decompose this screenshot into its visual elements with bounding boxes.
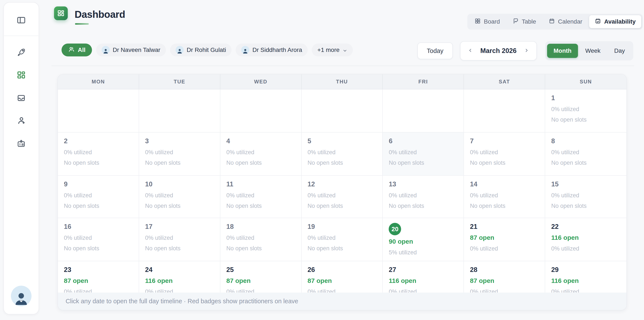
calendar-day-cell[interactable]: 2187 open0% utilized (464, 218, 545, 261)
view-tabs: Board Table Calendar Availability (467, 14, 643, 30)
day-number: 17 (145, 223, 220, 231)
calendar-day-cell[interactable]: 22116 open0% utilized (545, 218, 626, 261)
sidebar (4, 2, 39, 314)
calendar-day-cell[interactable]: 80% utilizedNo open slots (545, 133, 626, 176)
day-number: 14 (470, 180, 545, 188)
open-slots-count: 116 open (145, 277, 220, 284)
calendar-day-cell[interactable]: 110% utilizedNo open slots (220, 176, 302, 218)
view-month-button[interactable]: Month (547, 44, 578, 58)
day-number: 23 (64, 266, 139, 274)
sidebar-item-staff-id[interactable] (14, 136, 29, 151)
panel-left-icon (16, 16, 26, 26)
tab-availability[interactable]: Availability (589, 15, 641, 28)
view-week-button[interactable]: Week (579, 44, 607, 58)
practitioner-avatar (176, 46, 184, 54)
calendar-day-cell[interactable]: 130% utilizedNo open slots (383, 176, 464, 218)
calendar-day-cell[interactable]: 2090 open5% utilized (383, 218, 464, 261)
calendar-day-cell[interactable]: 180% utilizedNo open slots (220, 218, 302, 261)
calendar-day-cell[interactable]: 170% utilizedNo open slots (139, 218, 220, 261)
calendar-day-cell[interactable]: 190% utilizedNo open slots (302, 218, 383, 261)
prev-month-button[interactable] (466, 47, 475, 55)
open-slots-count: 87 open (64, 277, 139, 284)
calendar-day-cell[interactable]: 20% utilizedNo open slots (58, 133, 139, 176)
calendar-day-cell[interactable]: 90% utilizedNo open slots (58, 176, 139, 218)
day-number: 18 (226, 223, 301, 231)
user-avatar[interactable] (11, 286, 32, 306)
filter-chip-practitioner[interactable]: Dr Siddharth Arora (236, 44, 308, 56)
calendar-day-cell[interactable]: 27116 open0% utilized (383, 261, 464, 295)
calendar-day-cell[interactable]: 150% utilizedNo open slots (545, 176, 626, 218)
day-number: 12 (308, 180, 382, 188)
filter-chip-more[interactable]: +1 more (312, 44, 353, 56)
calendar-day-cell[interactable]: 30% utilizedNo open slots (139, 133, 220, 176)
open-slots-label: No open slots (64, 160, 139, 166)
day-number: 22 (551, 223, 626, 231)
calendar-day-cell[interactable]: 2687 open0% utilized (302, 261, 383, 295)
sidebar-item-launch[interactable] (14, 45, 29, 61)
month-navigator: March 2026 (460, 41, 537, 61)
utilization-label: 0% utilized (389, 192, 464, 199)
id-badge-icon (16, 139, 26, 149)
calendar-day-cell[interactable]: 100% utilizedNo open slots (139, 176, 220, 218)
sidebar-item-inbox[interactable] (14, 91, 29, 106)
open-slots-label: No open slots (551, 203, 626, 209)
sidebar-divider (4, 36, 38, 36)
tab-board[interactable]: Board (469, 15, 506, 28)
calendar-icon (548, 18, 555, 26)
open-slots-label: No open slots (145, 160, 220, 166)
day-number: 21 (470, 223, 545, 231)
sidebar-item-dashboard[interactable] (14, 68, 29, 83)
day-number: 13 (389, 180, 464, 188)
calendar-day-cell[interactable]: 140% utilizedNo open slots (464, 176, 545, 218)
filter-chip-all-label: All (78, 47, 86, 53)
filter-chip-all[interactable]: All (62, 44, 92, 56)
day-number: 9 (64, 180, 139, 188)
tab-availability-label: Availability (604, 18, 636, 25)
utilization-label: 0% utilized (64, 149, 139, 155)
utilization-label: 0% utilized (145, 235, 220, 241)
calendar-day-cell[interactable]: 50% utilizedNo open slots (302, 133, 383, 176)
calendar-day-cell[interactable]: 24116 open0% utilized (139, 261, 220, 295)
calendar-day-cell[interactable]: 160% utilizedNo open slots (58, 218, 139, 261)
filter-chip-practitioner[interactable]: Dr Rohit Gulati (170, 44, 232, 56)
title-underline (75, 23, 89, 25)
day-number: 3 (145, 137, 220, 145)
day-number: 7 (470, 137, 545, 145)
tab-calendar[interactable]: Calendar (543, 15, 588, 28)
calendar-grid: 10% utilizedNo open slots20% utilizedNo … (58, 89, 626, 293)
view-day-button[interactable]: Day (608, 44, 631, 58)
day-number: 2 (64, 137, 139, 145)
sidebar-toggle-button[interactable] (14, 13, 29, 28)
today-button[interactable]: Today (418, 43, 453, 59)
sidebar-item-add-patient[interactable] (14, 113, 29, 129)
utilization-label: 5% utilized (389, 249, 464, 256)
utilization-label: 0% utilized (551, 106, 626, 112)
tab-table[interactable]: Table (507, 15, 542, 28)
filter-chip-practitioner[interactable]: Dr Naveen Talwar (96, 44, 166, 56)
weekday-row: MONTUEWEDTHUFRISATSUN (58, 74, 626, 89)
calendar-day-cell[interactable]: 2887 open0% utilized (464, 261, 545, 295)
calendar-empty-cell (139, 89, 220, 133)
practitioner-avatar (241, 46, 249, 54)
open-slots-label: No open slots (226, 203, 301, 209)
calendar-day-cell[interactable]: 40% utilizedNo open slots (220, 133, 302, 176)
practitioner-name: Dr Naveen Talwar (113, 47, 160, 53)
practitioner-avatar (102, 46, 110, 54)
open-slots-label: No open slots (308, 245, 382, 252)
calendar-day-cell[interactable]: 70% utilizedNo open slots (464, 133, 545, 176)
day-number: 15 (551, 180, 626, 188)
calendar-day-cell[interactable]: 2387 open0% utilized (58, 261, 139, 295)
calendar-day-cell[interactable]: 10% utilizedNo open slots (545, 89, 626, 133)
next-month-button[interactable] (522, 47, 531, 55)
open-slots-count: 116 open (389, 277, 464, 284)
calendar-day-cell[interactable]: 29116 open0% utilized (545, 261, 626, 295)
weekday-label: SUN (545, 74, 626, 89)
calendar-day-cell[interactable]: 120% utilizedNo open slots (302, 176, 383, 218)
day-number: 19 (308, 223, 382, 231)
open-slots-count: 87 open (470, 234, 545, 241)
current-period-label: March 2026 (480, 47, 517, 55)
dashboard-grid-icon (16, 70, 26, 81)
calendar-day-cell[interactable]: 2587 open0% utilized (220, 261, 302, 295)
utilization-label: 0% utilized (470, 192, 545, 199)
calendar-day-cell[interactable]: 60% utilizedNo open slots (383, 133, 464, 176)
